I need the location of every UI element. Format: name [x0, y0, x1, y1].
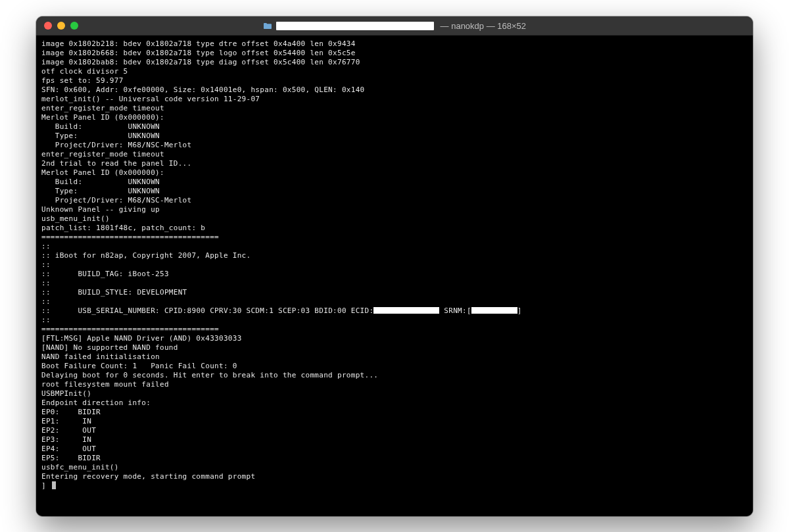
terminal-line: image 0x1802b668: bdev 0x1802a718 type l… — [41, 49, 748, 58]
terminal-line: fps set to: 59.977 — [41, 76, 748, 85]
terminal-line: [FTL:MSG] Apple NAND Driver (AND) 0x4330… — [41, 334, 748, 343]
terminal-line: :: — [41, 260, 748, 270]
folder-icon — [263, 22, 272, 30]
redacted-srnm — [471, 307, 517, 314]
terminal-line: image 0x1802b218: bdev 0x1802a718 type d… — [41, 39, 748, 49]
terminal-line: otf clock divisor 5 — [41, 67, 748, 76]
terminal-line: EP1: IN — [41, 417, 748, 426]
zoom-button[interactable] — [70, 22, 78, 30]
terminal-line: NAND failed initialisation — [41, 352, 748, 362]
terminal-line: EP2: OUT — [41, 426, 748, 435]
terminal-line: :: BUILD_TAG: iBoot-253 — [41, 270, 748, 279]
prompt: ] — [41, 481, 51, 490]
terminal-line: Merlot Panel ID (0x000000): — [41, 113, 748, 122]
terminal-line: Merlot Panel ID (0x000000): — [41, 168, 748, 178]
terminal-line: Type: UNKNOWN — [41, 187, 748, 196]
terminal-line: enter_register_mode timeout — [41, 104, 748, 113]
terminal-line: 2nd trial to read the panel ID... — [41, 159, 748, 168]
terminal-line: :: — [41, 242, 748, 251]
terminal-line: :: — [41, 297, 748, 306]
terminal-line: usb_menu_init() — [41, 214, 748, 224]
terminal-line: :: BUILD_STYLE: DEVELOPMENT — [41, 288, 748, 297]
terminal-output[interactable]: image 0x1802b218: bdev 0x1802a718 type d… — [36, 36, 753, 516]
terminal-line: enter_register_mode timeout — [41, 150, 748, 159]
title-suffix: — nanokdp — 168×52 — [438, 21, 526, 31]
terminal-line: Project/Driver: M68/NSC-Merlot — [41, 196, 748, 205]
terminal-line: SFN: 0x600, Addr: 0xfe00000, Size: 0x140… — [41, 85, 748, 95]
terminal-line: image 0x1802bab8: bdev 0x1802a718 type d… — [41, 58, 748, 67]
terminal-line: Boot Failure Count: 1 Panic Fail Count: … — [41, 362, 748, 371]
terminal-line: usbfc_menu_init() — [41, 463, 748, 472]
terminal-line: ======================================= — [41, 233, 748, 242]
terminal-line: :: — [41, 316, 748, 325]
terminal-line: Build: UNKNOWN — [41, 178, 748, 187]
terminal-line: [NAND] No supported NAND found — [41, 343, 748, 352]
terminal-line: ======================================= — [41, 325, 748, 334]
terminal-line: Project/Driver: M68/NSC-Merlot — [41, 141, 748, 150]
terminal-line: :: iBoot for n82ap, Copyright 2007, Appl… — [41, 251, 748, 260]
window-title: — nanokdp — 168×52 — [36, 21, 753, 31]
terminal-line: Endpoint direction info: — [41, 399, 748, 408]
minimize-button[interactable] — [57, 22, 65, 30]
close-button[interactable] — [44, 22, 52, 30]
terminal-line: EP4: OUT — [41, 445, 748, 454]
terminal-window: — nanokdp — 168×52 image 0x1802b218: bde… — [36, 16, 753, 516]
terminal-line: EP0: BIDIR — [41, 408, 748, 417]
terminal-line: USBMPInit() — [41, 389, 748, 399]
terminal-line: EP3: IN — [41, 435, 748, 445]
terminal-line: merlot_init() -- Universal code version … — [41, 95, 748, 104]
titlebar[interactable]: — nanokdp — 168×52 — [36, 16, 753, 36]
redacted-ecid — [373, 307, 439, 314]
terminal-line: Delaying boot for 0 seconds. Hit enter t… — [41, 371, 748, 380]
prompt-line[interactable]: ] — [41, 481, 748, 491]
terminal-line: root filesystem mount failed — [41, 380, 748, 389]
terminal-line: Entering recovery mode, starting command… — [41, 472, 748, 481]
traffic-lights — [44, 22, 78, 30]
terminal-line: EP5: BIDIR — [41, 454, 748, 463]
terminal-line: :: — [41, 279, 748, 288]
terminal-line: Build: UNKNOWN — [41, 122, 748, 132]
cursor — [52, 481, 56, 489]
terminal-line: Type: UNKNOWN — [41, 132, 748, 141]
terminal-line: Unknown Panel -- giving up — [41, 205, 748, 214]
terminal-line: :: USB_SERIAL_NUMBER: CPID:8900 CPRV:30 … — [41, 306, 748, 316]
terminal-line: patch_list: 1801f48c, patch_count: b — [41, 224, 748, 233]
redacted-title-path — [276, 22, 434, 30]
